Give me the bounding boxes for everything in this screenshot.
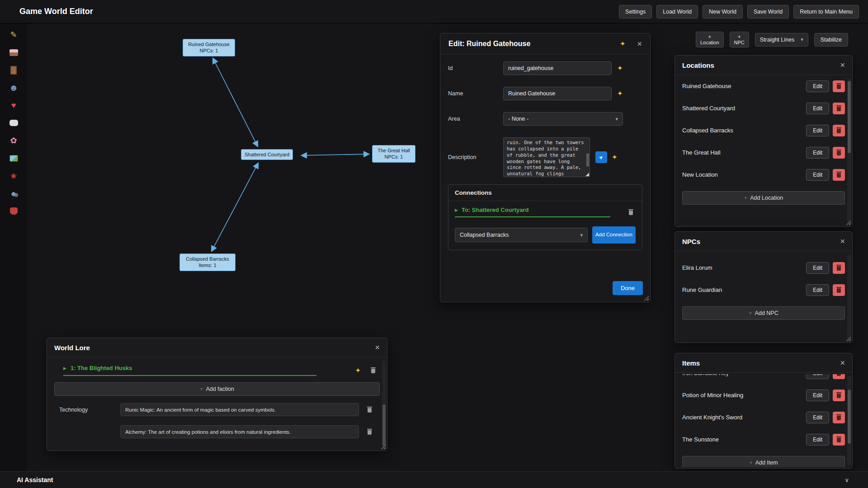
add-location-button[interactable]: +Add Location (682, 191, 845, 205)
blossom-icon[interactable]: ✿ (8, 135, 19, 146)
close-icon[interactable]: × (840, 237, 845, 245)
scrollbar-thumb[interactable] (848, 389, 851, 444)
edit-location-button[interactable]: Edit (806, 125, 829, 136)
graph-node-great-hall[interactable]: The Great Hall NPCs: 1 (372, 145, 415, 163)
ai-sparkle-icon[interactable]: ✦ (612, 153, 618, 161)
graph-node-collapsed-barracks[interactable]: Collapsed Barracks Items: 1 (179, 253, 236, 271)
collapse-chevron-icon[interactable]: ∨ (844, 477, 849, 483)
delete-faction-icon[interactable] (368, 366, 378, 375)
edit-item-button[interactable]: Edit (806, 374, 829, 379)
expand-arrow-icon[interactable]: ▶ (455, 208, 458, 212)
name-input[interactable] (503, 87, 612, 100)
delete-item-icon[interactable] (833, 389, 845, 401)
new-world-button[interactable]: New World (703, 5, 743, 19)
connections-section: Connections ▶ To: Shattered Courtyard Co… (448, 184, 642, 250)
edit-npc-button[interactable]: Edit (806, 262, 829, 274)
speech-bubble-icon[interactable] (8, 117, 19, 129)
delete-item-icon[interactable] (833, 412, 845, 423)
door-icon[interactable] (8, 64, 19, 76)
technology-value[interactable]: Alchemy: The art of creating potions and… (120, 425, 359, 438)
edit-item-button[interactable]: Edit (806, 389, 829, 401)
chevron-down-icon: ▾ (796, 37, 803, 42)
pouch-icon[interactable] (8, 205, 19, 217)
edit-item-button[interactable]: Edit (806, 412, 829, 423)
delete-item-icon[interactable] (833, 374, 845, 379)
resize-grip[interactable] (644, 296, 649, 300)
scrollbar-track[interactable] (847, 254, 851, 340)
ai-sparkle-icon[interactable]: ✦ (617, 89, 623, 98)
edit-item-button[interactable]: Edit (806, 434, 829, 446)
heart-icon[interactable]: ♥ (8, 99, 19, 111)
close-icon[interactable]: × (637, 40, 642, 48)
ai-sparkle-icon[interactable]: ✦ (617, 64, 623, 72)
expand-arrow-icon[interactable]: ▶ (63, 366, 66, 371)
topbar-buttons: Settings Load World New World Save World… (619, 5, 859, 19)
close-icon[interactable]: × (840, 61, 845, 69)
add-npc-node-button[interactable]: + NPC (730, 32, 749, 47)
rose-icon[interactable]: ❀ (8, 170, 19, 182)
delete-npc-icon[interactable] (833, 284, 845, 296)
delete-location-icon[interactable] (833, 80, 845, 92)
add-npc-button[interactable]: +Add NPC (682, 306, 845, 320)
world-lore-panel: World Lore × ▶ 1: The Blighted Husks ✦ +… (47, 338, 387, 451)
edit-location-button[interactable]: Edit (806, 169, 829, 181)
technology-value[interactable]: Runic Magic: An ancient form of magic ba… (120, 403, 359, 416)
done-button[interactable]: Done (613, 281, 643, 295)
cake-icon[interactable] (8, 47, 19, 58)
delete-technology-icon[interactable] (364, 427, 374, 437)
location-row: Ruined Gatehouse Edit (675, 75, 852, 97)
location-row: New Location Edit (675, 164, 852, 186)
person-icon[interactable]: ☻ (8, 82, 19, 94)
area-select[interactable]: - None - ▾ (503, 112, 623, 126)
delete-npc-icon[interactable] (833, 262, 845, 274)
faction-row[interactable]: ▶ 1: The Blighted Husks ✦ (47, 357, 387, 381)
scrollbar-thumb[interactable] (848, 81, 851, 153)
graph-node-shattered-courtyard[interactable]: Shattered Courtyard (241, 149, 293, 160)
add-connection-button[interactable]: Add Connection (592, 226, 636, 244)
settings-button[interactable]: Settings (619, 5, 652, 19)
stabilize-button[interactable]: Stabilize (814, 33, 848, 47)
delete-connection-icon[interactable] (626, 207, 636, 217)
save-world-button[interactable]: Save World (747, 5, 789, 19)
add-location-node-button[interactable]: + Location (696, 32, 724, 47)
id-input[interactable] (503, 61, 612, 75)
add-item-button[interactable]: +Add Item (682, 456, 845, 467)
description-textarea[interactable]: ruin. One of the two towers has collapse… (503, 137, 590, 177)
connection-label: To: Shattered Courtyard (462, 206, 529, 213)
chevron-down-icon: ▾ (611, 116, 618, 122)
graph-node-ruined-gatehouse[interactable]: Ruined Gatehouse NPCs: 1 (183, 39, 235, 56)
line-style-select[interactable]: Straight Lines ▾ (755, 33, 808, 47)
close-icon[interactable]: × (840, 359, 845, 367)
connection-item[interactable]: ▶ To: Shattered Courtyard (448, 201, 642, 222)
edit-location-button[interactable]: Edit (806, 80, 829, 92)
delete-location-icon[interactable] (833, 147, 845, 159)
locations-panel: Locations × Ruined Gatehouse Edit Shatte… (675, 55, 853, 227)
plus-icon: + (744, 195, 747, 201)
delete-location-icon[interactable] (833, 103, 845, 114)
edit-location-button[interactable]: Edit (806, 103, 829, 114)
close-icon[interactable]: × (375, 343, 380, 352)
people-icon[interactable]: ☻ (8, 188, 19, 199)
delete-location-icon[interactable] (833, 125, 845, 136)
picture-icon[interactable] (8, 152, 19, 164)
delete-technology-icon[interactable] (364, 405, 374, 415)
plus-icon: + (200, 386, 203, 392)
scrollbar-thumb[interactable] (382, 404, 386, 446)
edit-npc-button[interactable]: Edit (806, 284, 829, 296)
delete-location-icon[interactable] (833, 169, 845, 181)
textarea-resize-handle[interactable] (585, 173, 589, 176)
ai-sparkle-icon[interactable]: ✦ (620, 40, 626, 48)
textarea-scrollbar[interactable] (586, 153, 589, 167)
ai-sparkle-icon[interactable]: ✦ (355, 366, 361, 375)
ai-assistant-bar[interactable]: AI Assistant ∨ (0, 471, 868, 488)
memo-icon[interactable]: ✎ (8, 29, 19, 41)
node-title: Collapsed Barracks (183, 256, 232, 262)
items-scroll-area[interactable]: Iron Barracks Key Edit Potion of Minor H… (675, 374, 852, 467)
send-icon[interactable]: ➤ (595, 151, 607, 163)
add-faction-button[interactable]: +Add faction (54, 382, 380, 396)
delete-item-icon[interactable] (833, 434, 845, 446)
return-main-menu-button[interactable]: Return to Main Menu (793, 5, 859, 19)
edit-location-button[interactable]: Edit (806, 147, 829, 159)
connection-target-select[interactable]: Collapsed Barracks ▾ (455, 228, 588, 242)
load-world-button[interactable]: Load World (656, 5, 698, 19)
